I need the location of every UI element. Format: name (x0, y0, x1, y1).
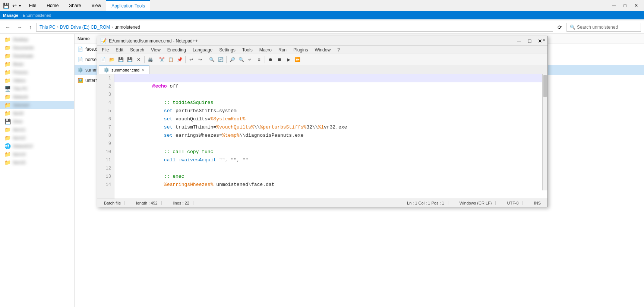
search-box[interactable]: 🔍 (566, 23, 641, 32)
npp-menu-encoding[interactable]: Encoding (164, 47, 189, 53)
sidebar-item-7[interactable]: 📁 Network (0, 93, 74, 101)
sidebar-item-9[interactable]: 📁 Item9 (0, 109, 74, 117)
tab-view[interactable]: View (86, 0, 106, 11)
tool-wordwrap[interactable]: ↵ (246, 56, 254, 64)
code-line-2[interactable] (114, 82, 547, 91)
npp-menu-run[interactable]: Run (275, 47, 290, 53)
tool-zoomout[interactable]: 🔍 (237, 56, 245, 64)
sidebar-item-6[interactable]: 🖥️ This PC (0, 85, 74, 93)
sidebar-item-3[interactable]: 📁 Music (0, 60, 74, 68)
sidebar-item-11[interactable]: 📁 Item11 (0, 126, 74, 134)
tool-macro-run[interactable]: ⏩ (293, 56, 302, 64)
npp-x-button[interactable]: ✕ (540, 36, 547, 44)
tool-indent[interactable]: ≡ (255, 56, 263, 64)
line-num-4: 4 (97, 99, 114, 107)
tool-saveall[interactable]: 💾 (126, 56, 134, 64)
breadcrumb-this-pc[interactable]: This PC (40, 25, 56, 30)
scrollbar-thumb[interactable] (543, 75, 547, 97)
sidebar-item-8[interactable]: 📁 Selected (0, 101, 74, 109)
token-6-1: set (152, 124, 173, 130)
npp-menu-view[interactable]: View (148, 47, 164, 53)
tool-new[interactable]: 📄 (99, 56, 107, 64)
tab-home[interactable]: Home (41, 0, 64, 11)
breadcrumb[interactable]: This PC › DVD Drive (E:) CD_ROM › unmois… (36, 23, 553, 32)
token-4-2: perturbsStiffs=system (173, 108, 237, 114)
tab-share[interactable]: Share (64, 0, 86, 11)
sidebar-item-10[interactable]: 💾 Drive (0, 117, 74, 126)
token-9-1: :: call copy func (152, 149, 214, 155)
npp-minimize-btn[interactable]: ─ (515, 37, 524, 45)
tool-paste[interactable]: 📌 (176, 56, 184, 64)
code-line-12[interactable]: :: exec (114, 164, 547, 173)
token-7-1: set (152, 133, 173, 138)
toolbar-sep5 (226, 56, 227, 63)
npp-code[interactable]: @echo off :: toddiesSquires set perturbs… (114, 74, 547, 199)
npp-menu-settings[interactable]: Settings (216, 47, 238, 53)
npp-tab-close[interactable]: ✕ (142, 68, 145, 72)
tool-find[interactable]: 🔍 (208, 56, 216, 64)
npp-tab-summoner[interactable]: ⚙️ summoner.cmd ✕ (99, 66, 149, 74)
sidebar-item-0[interactable]: 📁 Desktop (0, 35, 74, 44)
tool-macro-rec[interactable]: ⏺ (266, 56, 275, 64)
vertical-scrollbar[interactable] (542, 74, 547, 190)
refresh-button[interactable]: ⟳ (555, 24, 564, 30)
npp-menu-macro[interactable]: Macro (256, 47, 275, 53)
sidebar-item-12[interactable]: 📁 Item12 (0, 134, 74, 142)
sidebar-item-13[interactable]: 🌐 Network13 (0, 142, 74, 150)
npp-menu-plugins[interactable]: Plugins (290, 47, 311, 53)
tool-macro-play[interactable]: ▶ (284, 56, 293, 64)
quick-undo-icon[interactable]: ↩ (12, 3, 17, 9)
quick-save-icon[interactable]: 💾 (3, 3, 9, 9)
sidebar-item-15[interactable]: 📁 Item15 (0, 158, 74, 167)
npp-menu-file[interactable]: File (99, 47, 112, 53)
search-input[interactable] (577, 25, 633, 30)
npp-menu-language[interactable]: Language (190, 47, 215, 53)
tool-save[interactable]: 💾 (117, 56, 125, 64)
tab-application-tools[interactable]: Application Tools (106, 0, 150, 11)
npp-menu-help[interactable]: ? (334, 47, 343, 53)
token-6-5: %perturbsStiffs% (260, 124, 306, 130)
up-button[interactable]: ↑ (27, 23, 34, 32)
tab-file[interactable]: File (24, 0, 41, 11)
tool-zoomin[interactable]: 🔎 (228, 56, 236, 64)
npp-menu-edit[interactable]: Edit (113, 47, 126, 53)
tool-macro-stop[interactable]: ⏹ (275, 56, 284, 64)
code-line-3[interactable]: :: toddiesSquires (114, 91, 547, 99)
sidebar-item-4[interactable]: 📁 Pictures (0, 68, 74, 76)
tool-undo[interactable]: ↩ (187, 56, 195, 64)
window-close[interactable]: ✕ (631, 2, 641, 9)
npp-menu-window[interactable]: Window (312, 47, 334, 53)
npp-editor: 1 2 3 4 5 6 7 8 9 10 11 12 13 14 (97, 74, 547, 199)
forward-button[interactable]: → (15, 23, 25, 32)
npp-gutter: 1 2 3 4 5 6 7 8 9 10 11 12 13 14 (97, 74, 114, 199)
line-num-11: 11 (97, 156, 114, 164)
status-pos: Ln : 1 Col : 1 Pos : 1 (403, 201, 448, 205)
back-button[interactable]: ← (3, 23, 13, 32)
sidebar-item-2[interactable]: 📁 Downloads (0, 52, 74, 60)
sidebar-item-1[interactable]: 📁 Documents (0, 44, 74, 52)
npp-statusbar: Batch file length : 492 lines : 22 Ln : … (97, 199, 547, 207)
tool-print[interactable]: 🖨️ (146, 56, 154, 64)
window-minimize[interactable]: ─ (609, 2, 619, 9)
tool-copy[interactable]: 📋 (167, 56, 175, 64)
tool-close[interactable]: ✕ (135, 56, 143, 64)
window-maximize[interactable]: □ (620, 2, 630, 9)
sidebar-item-5[interactable]: 📁 Videos (0, 76, 74, 85)
code-line-9[interactable]: :: call copy func (114, 140, 547, 148)
sidebar-label-9: Item9 (13, 111, 23, 115)
quick-dropdown-icon[interactable]: ▾ (19, 4, 21, 8)
npp-tab-name: summoner.cmd (111, 68, 139, 72)
code-line-1[interactable]: @echo off (114, 74, 547, 82)
sidebar-item-14[interactable]: 📁 Item14 (0, 150, 74, 158)
breadcrumb-dvd[interactable]: DVD Drive (E:) CD_ROM (60, 25, 110, 30)
npp-menu-tools[interactable]: Tools (239, 47, 256, 53)
npp-maximize-btn[interactable]: □ (525, 37, 534, 45)
sidebar-label-0: Desktop (13, 37, 28, 42)
npp-menu-search[interactable]: Search (127, 47, 147, 53)
tool-replace[interactable]: 🔄 (217, 56, 225, 64)
tool-redo[interactable]: ↪ (196, 56, 204, 64)
breadcrumb-unmoistened[interactable]: unmoistened (114, 25, 140, 30)
tool-open[interactable]: 📂 (108, 56, 116, 64)
tool-cut[interactable]: ✂️ (158, 56, 166, 64)
sidebar-icon-9: 📁 (4, 110, 11, 116)
